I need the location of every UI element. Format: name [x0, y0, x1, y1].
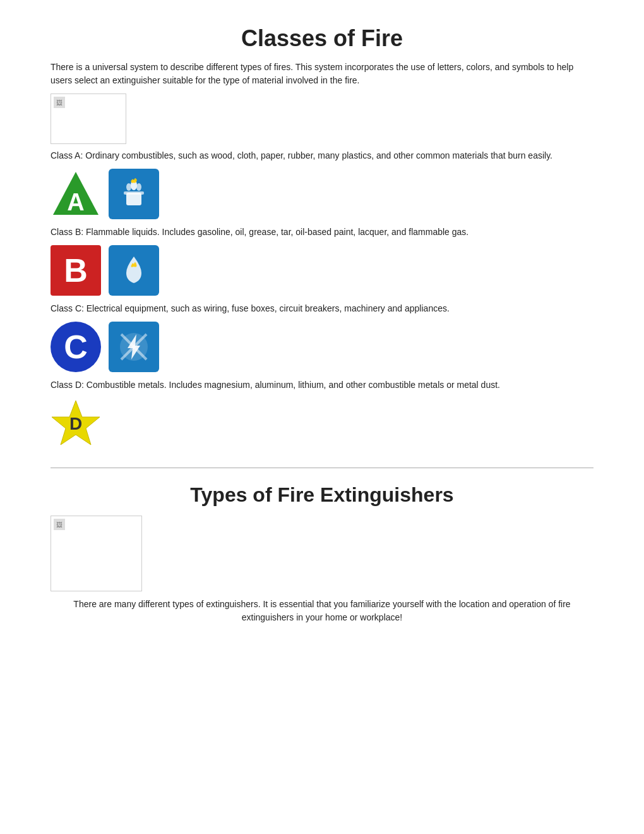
section2: Types of Fire Extinguishers 🖼 There are … — [51, 483, 593, 624]
svg-point-6 — [136, 183, 141, 191]
section1-title: Classes of Fire — [51, 25, 593, 52]
class-d-desc: Class D: Combustible metals. Includes ma… — [51, 378, 593, 392]
section2-image-placeholder: 🖼 — [51, 516, 142, 591]
class-b-desc: Class B: Flammable liquids. Includes gas… — [51, 226, 593, 239]
svg-point-5 — [126, 183, 131, 191]
class-b-square-icon: B — [51, 245, 101, 296]
class-a-triangle-icon: A — [51, 169, 101, 219]
class-c-circle-icon: C — [51, 322, 101, 372]
section1-intro: There is a universal system to describe … — [51, 61, 593, 87]
class-a-desc: Class A: Ordinary combustibles, such as … — [51, 149, 593, 162]
svg-rect-3 — [124, 191, 144, 195]
class-a-icons: A — [51, 169, 593, 219]
class-b-icons: B — [51, 245, 593, 296]
section2-title: Types of Fire Extinguishers — [51, 483, 593, 507]
broken-image-icon: 🖼 — [54, 97, 65, 108]
class-d-icons: D — [51, 398, 593, 449]
class-c-icons: C — [51, 322, 593, 372]
class-b-blue-box-icon — [109, 245, 159, 296]
svg-text:D: D — [69, 414, 82, 433]
class-d-star-icon: D — [51, 398, 101, 449]
class-a-blue-box-icon — [109, 169, 159, 219]
class-c-blue-box-icon — [109, 322, 159, 372]
section1-image-placeholder: 🖼 — [51, 94, 126, 144]
class-c-desc: Class C: Electrical equipment, such as w… — [51, 302, 593, 315]
section2-caption: There are many different types of exting… — [51, 598, 593, 624]
broken-image-icon-2: 🖼 — [54, 519, 65, 530]
svg-text:A: A — [67, 189, 84, 215]
section-divider — [51, 468, 593, 468]
